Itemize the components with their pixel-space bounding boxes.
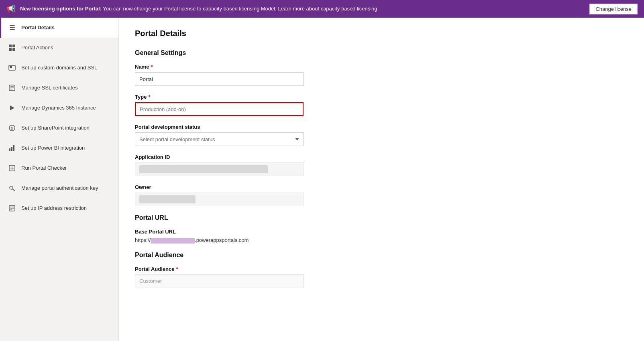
banner-bold-text: New licensing options for Portal: <box>20 6 102 12</box>
svg-line-20 <box>12 189 15 191</box>
type-field-group: Type * <box>135 94 628 116</box>
portal-actions-icon <box>8 43 16 52</box>
sidebar-label-power-bi: Set up Power BI integration <box>21 145 85 152</box>
sidebar-label-portal-checker: Run Portal Checker <box>21 165 67 172</box>
portal-audience-field-group: Portal Audience * Customer <box>135 266 628 288</box>
banner-icon: 📢 <box>6 4 15 13</box>
type-label: Type * <box>135 94 628 100</box>
sidebar-item-sharepoint[interactable]: S Set up SharePoint integration <box>0 118 118 138</box>
sidebar-label-portal-details: Portal Details <box>21 24 55 31</box>
application-id-field-group: Application ID <box>135 154 628 176</box>
portal-audience-title: Portal Audience <box>135 252 628 259</box>
sidebar-label-custom-domains: Set up custom domains and SSL <box>21 65 97 71</box>
portal-audience-required: * <box>176 266 178 272</box>
name-input[interactable] <box>135 72 304 86</box>
name-field-group: Name * <box>135 64 628 86</box>
type-required: * <box>148 94 150 100</box>
svg-rect-14 <box>11 147 12 151</box>
base-portal-url-label: Base Portal URL <box>135 229 628 235</box>
dev-status-label: Portal development status <box>135 124 628 130</box>
portal-audience-value: Customer <box>135 274 304 288</box>
power-bi-icon <box>8 144 16 152</box>
sidebar-item-portal-actions[interactable]: Portal Actions <box>0 38 118 58</box>
url-redacted-part <box>151 238 195 244</box>
owner-field-group: Owner <box>135 184 628 206</box>
svg-rect-1 <box>12 45 15 47</box>
licensing-banner: 📢 New licensing options for Portal: You … <box>0 0 644 18</box>
svg-text:S: S <box>10 126 13 130</box>
portal-url-title: Portal URL <box>135 214 628 221</box>
dev-status-select[interactable]: Select portal development status <box>135 132 304 146</box>
sidebar-label-ip-restriction: Set up IP address restriction <box>21 205 87 212</box>
name-required: * <box>151 64 153 70</box>
sidebar-item-ssl-certs[interactable]: Manage SSL certificates <box>0 78 118 98</box>
svg-rect-5 <box>10 66 12 68</box>
dev-status-field-group: Portal development status Select portal … <box>135 124 628 146</box>
sidebar-label-dynamics-instance: Manage Dynamics 365 Instance <box>21 105 96 112</box>
main-content: Portal Details General Settings Name * T… <box>119 18 644 341</box>
svg-rect-4 <box>9 65 15 70</box>
sidebar-label-auth-key: Manage portal authentication key <box>21 185 98 192</box>
owner-bar <box>139 195 196 203</box>
banner-text: New licensing options for Portal: You ca… <box>20 5 585 12</box>
general-settings-title: General Settings <box>135 49 628 57</box>
name-label: Name * <box>135 64 628 70</box>
type-input[interactable] <box>135 102 304 116</box>
banner-learn-more-link[interactable]: Learn more about capacity based licensin… <box>278 6 377 12</box>
base-portal-url-value: https://.powerappsportals.com <box>135 237 628 244</box>
svg-marker-10 <box>10 106 14 110</box>
application-id-bar <box>139 165 268 173</box>
sidebar-label-sharepoint: Set up SharePoint integration <box>21 125 90 132</box>
application-id-value <box>135 162 304 176</box>
page-title: Portal Details <box>135 29 628 38</box>
svg-rect-13 <box>9 148 10 151</box>
main-layout: ☰ Portal Details Portal Actions Set up c… <box>0 18 644 341</box>
sidebar-label-ssl-certs: Manage SSL certificates <box>21 85 77 91</box>
sharepoint-icon: S <box>8 124 16 132</box>
sidebar-item-dynamics-instance[interactable]: Manage Dynamics 365 Instance <box>0 98 118 118</box>
sidebar-item-auth-key[interactable]: Manage portal authentication key <box>0 178 118 198</box>
auth-key-icon <box>8 184 16 193</box>
sidebar: ☰ Portal Details Portal Actions Set up c… <box>0 18 119 341</box>
sidebar-label-portal-actions: Portal Actions <box>21 45 53 51</box>
change-license-button[interactable]: Change license <box>589 4 638 14</box>
ssl-certs-icon <box>8 83 16 92</box>
owner-value <box>135 193 304 206</box>
custom-domains-icon <box>8 63 16 72</box>
sidebar-item-portal-details[interactable]: ☰ Portal Details <box>0 18 118 38</box>
portal-checker-icon <box>8 164 16 173</box>
portal-audience-label: Portal Audience * <box>135 266 628 272</box>
sidebar-item-ip-restriction[interactable]: Set up IP address restriction <box>0 198 118 218</box>
owner-label: Owner <box>135 184 628 190</box>
banner-normal-text: You can now change your Portal license t… <box>103 6 276 12</box>
sidebar-item-power-bi[interactable]: Set up Power BI integration <box>0 138 118 158</box>
svg-rect-3 <box>12 48 15 51</box>
svg-rect-2 <box>9 48 12 51</box>
svg-rect-0 <box>9 45 12 47</box>
base-portal-url-group: Base Portal URL https://.powerappsportal… <box>135 229 628 244</box>
sidebar-item-custom-domains[interactable]: Set up custom domains and SSL <box>0 58 118 78</box>
ip-restriction-icon <box>8 204 16 213</box>
sidebar-item-portal-checker[interactable]: Run Portal Checker <box>0 158 118 178</box>
portal-details-icon: ☰ <box>8 23 16 32</box>
svg-rect-15 <box>13 145 14 151</box>
dynamics-instance-icon <box>8 104 16 112</box>
application-id-label: Application ID <box>135 154 628 160</box>
